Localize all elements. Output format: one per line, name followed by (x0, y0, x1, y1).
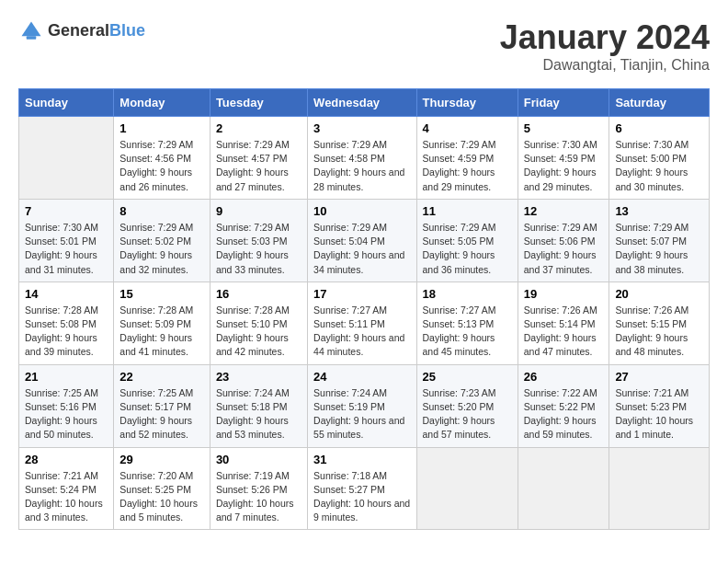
logo: GeneralBlue (18, 18, 145, 44)
day-info: Sunrise: 7:24 AMSunset: 5:18 PMDaylight:… (216, 386, 301, 442)
day-info: Sunrise: 7:22 AMSunset: 5:22 PMDaylight:… (524, 386, 604, 442)
day-number: 31 (313, 453, 410, 466)
day-info: Sunrise: 7:18 AMSunset: 5:27 PMDaylight:… (313, 469, 410, 525)
calendar-cell: 20Sunrise: 7:26 AMSunset: 5:15 PMDayligh… (609, 282, 710, 364)
day-number: 23 (216, 370, 301, 384)
day-info: Sunrise: 7:29 AMSunset: 5:07 PMDaylight:… (615, 221, 703, 277)
calendar-cell (416, 447, 518, 530)
day-info: Sunrise: 7:27 AMSunset: 5:11 PMDaylight:… (313, 304, 410, 360)
header-saturday: Saturday (609, 89, 710, 117)
calendar-cell: 5Sunrise: 7:30 AMSunset: 4:59 PMDaylight… (518, 117, 609, 200)
calendar-cell: 17Sunrise: 7:27 AMSunset: 5:11 PMDayligh… (308, 282, 416, 364)
location-title: Dawangtai, Tianjin, China (500, 57, 710, 74)
day-number: 12 (524, 204, 604, 218)
day-number: 14 (25, 287, 108, 301)
day-number: 11 (423, 204, 512, 218)
day-info: Sunrise: 7:29 AMSunset: 5:06 PMDaylight:… (524, 221, 604, 277)
day-number: 29 (119, 453, 204, 466)
day-number: 24 (313, 370, 410, 384)
day-number: 8 (119, 204, 204, 218)
day-info: Sunrise: 7:28 AMSunset: 5:09 PMDaylight:… (119, 304, 204, 360)
calendar-table: SundayMondayTuesdayWednesdayThursdayFrid… (18, 88, 710, 530)
header-tuesday: Tuesday (210, 89, 307, 117)
calendar-cell: 1Sunrise: 7:29 AMSunset: 4:56 PMDaylight… (114, 117, 210, 200)
day-number: 10 (313, 204, 410, 218)
calendar-cell: 8Sunrise: 7:29 AMSunset: 5:02 PMDaylight… (114, 199, 210, 282)
day-info: Sunrise: 7:25 AMSunset: 5:16 PMDaylight:… (25, 386, 108, 442)
calendar-cell: 25Sunrise: 7:23 AMSunset: 5:20 PMDayligh… (416, 364, 518, 447)
calendar-cell: 10Sunrise: 7:29 AMSunset: 5:04 PMDayligh… (308, 199, 416, 282)
day-number: 4 (423, 121, 512, 135)
day-info: Sunrise: 7:27 AMSunset: 5:13 PMDaylight:… (423, 304, 512, 360)
day-info: Sunrise: 7:30 AMSunset: 5:01 PMDaylight:… (25, 221, 108, 277)
calendar-cell: 9Sunrise: 7:29 AMSunset: 5:03 PMDaylight… (210, 199, 307, 282)
header-monday: Monday (114, 89, 210, 117)
day-info: Sunrise: 7:28 AMSunset: 5:08 PMDaylight:… (25, 304, 108, 360)
day-number: 21 (25, 370, 108, 384)
day-info: Sunrise: 7:29 AMSunset: 4:57 PMDaylight:… (216, 138, 301, 194)
day-info: Sunrise: 7:23 AMSunset: 5:20 PMDaylight:… (423, 386, 512, 442)
header-sunday: Sunday (19, 89, 114, 117)
title-block: January 2024 Dawangtai, Tianjin, China (500, 18, 710, 74)
day-info: Sunrise: 7:28 AMSunset: 5:10 PMDaylight:… (216, 304, 301, 360)
calendar-cell: 4Sunrise: 7:29 AMSunset: 4:59 PMDaylight… (416, 117, 518, 200)
calendar-cell: 23Sunrise: 7:24 AMSunset: 5:18 PMDayligh… (210, 364, 307, 447)
calendar-cell: 13Sunrise: 7:29 AMSunset: 5:07 PMDayligh… (609, 199, 710, 282)
day-info: Sunrise: 7:30 AMSunset: 5:00 PMDaylight:… (615, 138, 703, 194)
calendar-week-row: 21Sunrise: 7:25 AMSunset: 5:16 PMDayligh… (19, 364, 710, 447)
day-number: 9 (216, 204, 301, 218)
logo-icon (18, 18, 44, 44)
day-number: 27 (615, 370, 703, 384)
calendar-cell: 27Sunrise: 7:21 AMSunset: 5:23 PMDayligh… (609, 364, 710, 447)
day-info: Sunrise: 7:21 AMSunset: 5:23 PMDaylight:… (615, 386, 703, 442)
day-info: Sunrise: 7:29 AMSunset: 4:59 PMDaylight:… (423, 138, 512, 194)
page-header: GeneralBlue January 2024 Dawangtai, Tian… (18, 18, 710, 74)
day-info: Sunrise: 7:29 AMSunset: 5:04 PMDaylight:… (313, 221, 410, 277)
calendar-cell: 12Sunrise: 7:29 AMSunset: 5:06 PMDayligh… (518, 199, 609, 282)
calendar-week-row: 28Sunrise: 7:21 AMSunset: 5:24 PMDayligh… (19, 447, 710, 530)
svg-rect-2 (27, 36, 37, 40)
header-wednesday: Wednesday (308, 89, 416, 117)
day-number: 2 (216, 121, 301, 135)
calendar-header-row: SundayMondayTuesdayWednesdayThursdayFrid… (19, 89, 710, 117)
day-info: Sunrise: 7:21 AMSunset: 5:24 PMDaylight:… (25, 469, 108, 525)
day-info: Sunrise: 7:26 AMSunset: 5:15 PMDaylight:… (615, 304, 703, 360)
calendar-cell: 19Sunrise: 7:26 AMSunset: 5:14 PMDayligh… (518, 282, 609, 364)
day-info: Sunrise: 7:29 AMSunset: 4:58 PMDaylight:… (313, 138, 410, 194)
day-number: 5 (524, 121, 604, 135)
calendar-cell: 7Sunrise: 7:30 AMSunset: 5:01 PMDaylight… (19, 199, 114, 282)
calendar-cell (19, 117, 114, 200)
calendar-cell: 26Sunrise: 7:22 AMSunset: 5:22 PMDayligh… (518, 364, 609, 447)
day-number: 30 (216, 453, 301, 466)
calendar-cell: 28Sunrise: 7:21 AMSunset: 5:24 PMDayligh… (19, 447, 114, 530)
day-info: Sunrise: 7:29 AMSunset: 5:05 PMDaylight:… (423, 221, 512, 277)
day-info: Sunrise: 7:25 AMSunset: 5:17 PMDaylight:… (119, 386, 204, 442)
logo-text: GeneralBlue (48, 22, 145, 40)
day-number: 6 (615, 121, 703, 135)
calendar-week-row: 1Sunrise: 7:29 AMSunset: 4:56 PMDaylight… (19, 117, 710, 200)
day-info: Sunrise: 7:19 AMSunset: 5:26 PMDaylight:… (216, 469, 301, 525)
day-number: 1 (119, 121, 204, 135)
day-info: Sunrise: 7:26 AMSunset: 5:14 PMDaylight:… (524, 304, 604, 360)
header-thursday: Thursday (416, 89, 518, 117)
calendar-cell: 18Sunrise: 7:27 AMSunset: 5:13 PMDayligh… (416, 282, 518, 364)
calendar-cell: 16Sunrise: 7:28 AMSunset: 5:10 PMDayligh… (210, 282, 307, 364)
month-title: January 2024 (500, 18, 710, 57)
calendar-cell (518, 447, 609, 530)
day-info: Sunrise: 7:24 AMSunset: 5:19 PMDaylight:… (313, 386, 410, 442)
calendar-cell: 6Sunrise: 7:30 AMSunset: 5:00 PMDaylight… (609, 117, 710, 200)
day-number: 20 (615, 287, 703, 301)
day-number: 13 (615, 204, 703, 218)
calendar-cell: 30Sunrise: 7:19 AMSunset: 5:26 PMDayligh… (210, 447, 307, 530)
day-number: 22 (119, 370, 204, 384)
calendar-week-row: 14Sunrise: 7:28 AMSunset: 5:08 PMDayligh… (19, 282, 710, 364)
calendar-cell: 3Sunrise: 7:29 AMSunset: 4:58 PMDaylight… (308, 117, 416, 200)
day-number: 28 (25, 453, 108, 466)
calendar-cell: 29Sunrise: 7:20 AMSunset: 5:25 PMDayligh… (114, 447, 210, 530)
header-friday: Friday (518, 89, 609, 117)
day-number: 17 (313, 287, 410, 301)
day-number: 7 (25, 204, 108, 218)
day-number: 15 (119, 287, 204, 301)
day-info: Sunrise: 7:29 AMSunset: 4:56 PMDaylight:… (119, 138, 204, 194)
day-number: 16 (216, 287, 301, 301)
